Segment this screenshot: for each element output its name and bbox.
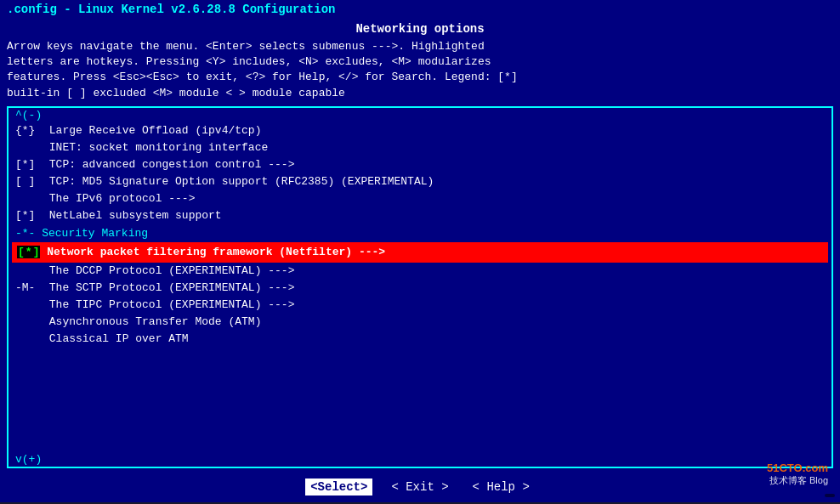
bracket-open: [ — [17, 246, 26, 258]
item-text: Security Marking — [42, 227, 148, 240]
item-tag: -M- — [15, 280, 43, 297]
item-tag: [ ] — [15, 173, 43, 190]
bracket-close: ] — [32, 246, 41, 258]
button-select[interactable]: <Select> — [305, 479, 372, 496]
item-text: The IPv6 protocol ---> — [49, 192, 196, 205]
menu-item[interactable]: [ ] TCP: MD5 Signature Option support (R… — [12, 173, 828, 190]
item-tag: [*] — [15, 156, 43, 173]
menu-item[interactable]: -*- Security Marking — [12, 225, 828, 242]
menu-item[interactable]: [*] TCP: advanced congestion control ---… — [12, 156, 828, 173]
section-title: Networking options — [7, 22, 833, 36]
item-text: TCP: MD5 Signature Option support (RFC23… — [49, 175, 434, 188]
title-bar: .config - Linux Kernel v2.6.28.8 Configu… — [0, 0, 840, 19]
item-text: Asynchronous Transfer Mode (ATM) — [49, 315, 262, 328]
watermark-box: 51CTO.com 技术博客 Blog — [825, 494, 835, 497]
item-text: TCP: advanced congestion control ---> — [49, 158, 295, 171]
menu-item[interactable]: The TIPC Protocol (EXPERIMENTAL) ---> — [12, 297, 828, 314]
item-text: Network packet filtering framework (Netf… — [47, 246, 385, 258]
item-text: INET: socket monitoring interface — [49, 141, 268, 154]
help-text-block: Arrow keys navigate the menu. <Enter> se… — [7, 39, 833, 101]
menu-item[interactable]: Asynchronous Transfer Mode (ATM) — [12, 314, 828, 331]
scroll-indicator-bottom: v(+) — [9, 452, 831, 467]
watermark-site: 51CTO.com — [767, 462, 828, 474]
menu-item[interactable]: The IPv6 protocol ---> — [12, 190, 828, 207]
item-text: The SCTP Protocol (EXPERIMENTAL) ---> — [49, 281, 295, 294]
item-text: The TIPC Protocol (EXPERIMENTAL) ---> — [49, 298, 295, 311]
help-line-3: features. Press <Esc><Esc> to exit, <?> … — [7, 70, 833, 85]
item-tag: [*] — [15, 207, 43, 224]
help-line-4: built-in [ ] excluded <M> module < > mod… — [7, 86, 833, 101]
button-bar: <Select>< Exit >< Help > — [7, 475, 833, 499]
watermark: 51CTO.com 技术博客 Blog — [767, 462, 828, 487]
menu-item[interactable]: [*] NetLabel subsystem support — [12, 207, 828, 224]
item-tag: {*} — [15, 122, 43, 139]
menu-box: ^(-) {*} Large Receive Offload (ipv4/tcp… — [7, 106, 833, 468]
button-help[interactable]: < Help > — [468, 479, 535, 496]
help-line-1: Arrow keys navigate the menu. <Enter> se… — [7, 39, 833, 54]
title-text: .config - Linux Kernel v2.6.28.8 Configu… — [7, 3, 335, 16]
item-text: Classical IP over ATM — [49, 332, 189, 345]
item-text: Large Receive Offload (ipv4/tcp) — [49, 124, 262, 137]
menu-item[interactable]: {*} Large Receive Offload (ipv4/tcp) — [12, 122, 828, 139]
help-line-2: letters are hotkeys. Pressing <Y> includ… — [7, 54, 833, 70]
item-text: The DCCP Protocol (EXPERIMENTAL) ---> — [49, 264, 295, 277]
menu-item[interactable]: The DCCP Protocol (EXPERIMENTAL) ---> — [12, 263, 828, 280]
menu-item[interactable]: -M- The SCTP Protocol (EXPERIMENTAL) ---… — [12, 280, 828, 297]
item-text: NetLabel subsystem support — [49, 209, 222, 222]
scroll-indicator-top: ^(-) — [9, 108, 831, 122]
menu-item[interactable]: INET: socket monitoring interface — [12, 139, 828, 156]
button-exit[interactable]: < Exit > — [386, 479, 453, 496]
menu-item[interactable]: Classical IP over ATM — [12, 331, 828, 348]
star: * — [26, 246, 32, 258]
watermark-blog: 技术博客 Blog — [767, 474, 828, 487]
menu-items-container[interactable]: {*} Large Receive Offload (ipv4/tcp) INE… — [9, 122, 831, 452]
menu-item[interactable]: [*] Network packet filtering framework (… — [12, 242, 828, 263]
item-tag: -*- — [15, 227, 35, 240]
